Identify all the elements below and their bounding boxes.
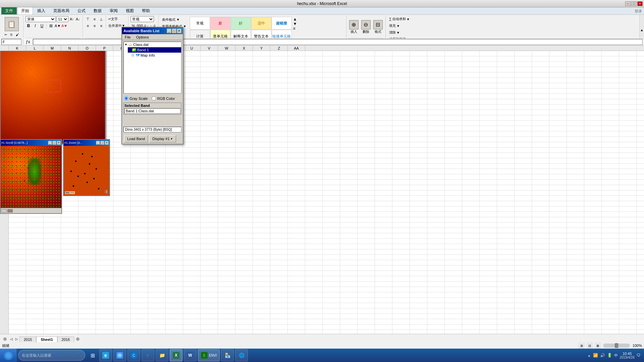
dialog-menu-options[interactable]: Options	[133, 35, 152, 40]
tray-clock[interactable]: 10:45 2019/4/26	[620, 352, 635, 359]
copy-button[interactable]: ⎘	[9, 32, 14, 37]
style-bad[interactable]: 差	[210, 17, 230, 29]
tab-data[interactable]: 数据	[90, 7, 105, 14]
taskbar-edge[interactable]: e	[142, 349, 154, 361]
scroll-zoom-btn[interactable]: □	[52, 141, 56, 145]
zoom-close-btn[interactable]: ✕	[105, 141, 109, 145]
italic-button[interactable]: I	[32, 23, 38, 29]
taskbar-cortana[interactable]: C	[127, 349, 140, 361]
align-middle-button[interactable]: ≡	[92, 16, 98, 22]
autosum-button[interactable]: ∑ 自动求和▼	[388, 16, 427, 22]
format-button[interactable]: ⊟ 格式	[373, 19, 383, 35]
tab-insert[interactable]: 插入	[34, 7, 49, 14]
close-btn[interactable]: ✕	[637, 1, 643, 6]
dialog-minimize-btn[interactable]: _	[167, 28, 171, 33]
load-band-button[interactable]: Load Band	[124, 135, 148, 142]
cut-button[interactable]: ✂	[3, 32, 8, 37]
insert-button[interactable]: ⊕ 插入	[348, 19, 359, 35]
tray-battery-icon[interactable]: 🔋	[607, 353, 612, 358]
scroll-image[interactable]	[1, 146, 61, 208]
align-left-button[interactable]: ≡	[85, 23, 91, 29]
styles-scroll-down[interactable]: ▲ ▼ ≡	[293, 17, 297, 31]
taskbar-explorer[interactable]: 📁	[156, 349, 168, 361]
add-sheet-btn[interactable]: ⊕	[1, 336, 9, 342]
dialog-maximize-btn[interactable]: □	[172, 28, 176, 33]
style-normal[interactable]: 常规	[190, 17, 210, 29]
tray-input-method[interactable]: 中	[614, 353, 618, 358]
align-bottom-button[interactable]: ⊥	[98, 16, 104, 22]
add-sheet-btn2[interactable]: ⊕	[74, 336, 82, 342]
align-right-button[interactable]: ≡	[98, 23, 104, 29]
number-format-select[interactable]: 常规	[130, 16, 154, 22]
taskbar-ie[interactable]: e	[99, 349, 112, 361]
tree-root-item[interactable]: ▼ 🗂 Class.dat	[124, 42, 181, 47]
taskbar-envi[interactable]: E ENVI	[198, 349, 220, 361]
border-button[interactable]: ⊞	[48, 23, 54, 29]
clear-button[interactable]: 清除▼	[388, 29, 427, 36]
delete-button[interactable]: ⊖ 删除	[361, 19, 371, 35]
fill-button[interactable]: 填充▼	[388, 23, 427, 29]
rgb-color-radio[interactable]: RGB Color	[152, 96, 175, 101]
fill-color-button[interactable]: A▼	[55, 23, 61, 29]
tab-sheet1[interactable]: Sheet1	[36, 337, 57, 342]
normal-view-btn[interactable]: ⊞	[579, 343, 584, 348]
decrease-font-button[interactable]: A↓	[75, 16, 80, 22]
maximize-btn[interactable]: □	[631, 1, 637, 6]
scroll-minimize-btn[interactable]: _	[48, 141, 52, 145]
format-painter-button[interactable]: 🖌	[14, 32, 20, 37]
tray-action-center[interactable]: 🗨	[637, 353, 641, 358]
tab-2015[interactable]: 2015	[19, 337, 36, 342]
tray-network-icon[interactable]: 📶	[593, 353, 598, 358]
name-box[interactable]: F	[1, 39, 21, 45]
align-center-button[interactable]: ≡	[92, 23, 98, 29]
sheet-scroll-left[interactable]: ◁	[9, 336, 14, 342]
zoom-slider[interactable]	[603, 344, 630, 348]
wrap-text-button[interactable]: ↵文字	[107, 16, 119, 22]
taskbar-network[interactable]: 🌐	[235, 349, 248, 361]
paste-button[interactable]: 📋	[5, 17, 19, 31]
taskbar-search[interactable]: 在这里输入以搜索	[18, 350, 85, 361]
underline-button[interactable]: U	[39, 23, 45, 29]
tab-2016[interactable]: 2016	[57, 337, 74, 342]
tab-help[interactable]: 帮助	[138, 7, 154, 14]
conditional-formatting-button[interactable]: 条件格式 ▼	[161, 17, 188, 23]
taskbar-word[interactable]: W	[184, 349, 197, 361]
tree-band1-item[interactable]: Band 1	[128, 47, 181, 53]
tab-file[interactable]: 文件	[1, 7, 17, 14]
font-size-select[interactable]: 11	[56, 16, 68, 22]
start-button[interactable]	[0, 349, 17, 362]
tree-mapinfo-item[interactable]: 🗺 Map Info	[128, 53, 181, 58]
style-good[interactable]: 好	[231, 17, 251, 29]
task-view-btn[interactable]: ⊞	[87, 349, 99, 361]
increase-font-button[interactable]: A↑	[69, 16, 74, 22]
sheet-scroll-right[interactable]: ▷	[14, 336, 19, 342]
style-medium[interactable]: 适中	[251, 17, 271, 29]
tab-home[interactable]: 开始	[17, 7, 33, 14]
tray-expand-btn[interactable]: ▲	[588, 354, 591, 357]
taskbar-excel[interactable]: X	[170, 349, 182, 361]
bold-button[interactable]: B	[25, 23, 32, 29]
gray-scale-radio[interactable]: Gray Scale	[124, 96, 148, 101]
minimize-btn[interactable]: ─	[625, 1, 631, 6]
page-break-btn[interactable]: ⊠	[595, 343, 600, 348]
taskbar-windows-store[interactable]: 🏪	[221, 349, 234, 361]
insert-function-btn[interactable]: ƒx	[24, 40, 32, 44]
scroll-close-btn[interactable]: ✕	[57, 141, 61, 145]
dialog-close-btn[interactable]: ✕	[177, 28, 181, 33]
zoom-maximize-btn[interactable]: □	[100, 141, 104, 145]
tray-volume-icon[interactable]: 🔊	[600, 353, 605, 358]
zoom-image[interactable]	[64, 146, 109, 195]
taskbar-chrome[interactable]: 🌐	[113, 349, 126, 361]
tab-review[interactable]: 审阅	[106, 7, 121, 14]
tab-view[interactable]: 视图	[122, 7, 138, 14]
font-family-select[interactable]: 宋体	[25, 16, 56, 22]
tab-page-layout[interactable]: 页面布局	[50, 7, 73, 14]
display-button[interactable]: Display #1 ▼	[149, 135, 176, 142]
align-top-button[interactable]: ⊤	[85, 16, 91, 22]
envi-main-image[interactable]	[1, 41, 105, 143]
font-color-button[interactable]: A▼	[61, 23, 67, 29]
page-layout-btn[interactable]: ⊟	[587, 343, 592, 348]
zoom-minimize-btn[interactable]: _	[96, 141, 100, 145]
style-hyperlink[interactable]: 超链接	[272, 17, 292, 29]
tab-formulas[interactable]: 公式	[74, 7, 89, 14]
